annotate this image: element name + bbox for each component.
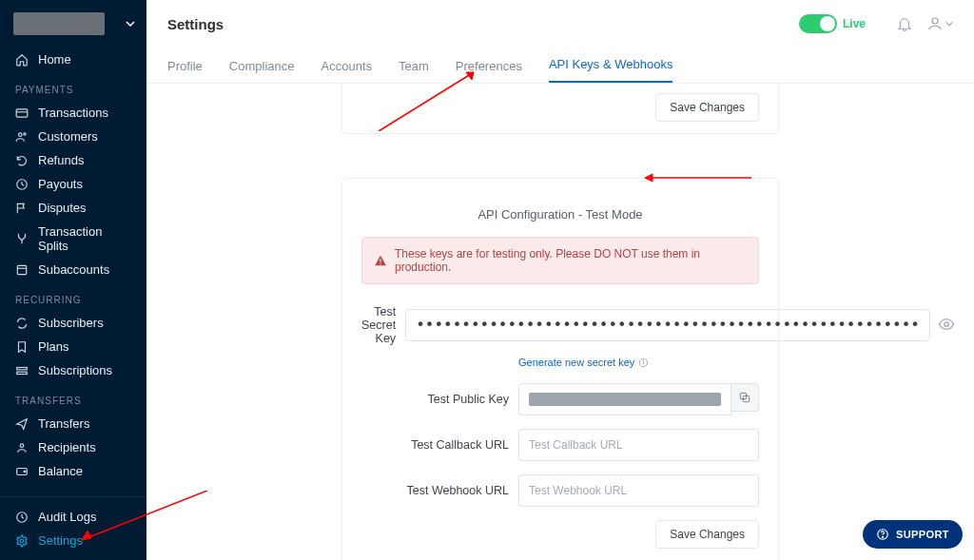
sidebar-item-subaccounts[interactable]: Subaccounts [0, 258, 146, 281]
tab-compliance[interactable]: Compliance [229, 59, 295, 83]
box-icon [15, 263, 29, 277]
sidebar-label: Refunds [38, 153, 84, 167]
tab-preferences[interactable]: Preferences [456, 59, 522, 83]
sidebar-item-refunds[interactable]: Refunds [0, 148, 146, 172]
bell-icon[interactable] [896, 15, 913, 32]
sidebar-label: Transactions [38, 106, 108, 120]
sidebar-label: Subscribers [38, 316, 104, 330]
warning-icon [374, 254, 387, 267]
sidebar-item-balance[interactable]: Balance [0, 459, 146, 483]
sidebar-label: Settings [38, 533, 83, 548]
sidebar-label: Recipients [38, 440, 96, 454]
sidebar-label: Audit Logs [38, 510, 96, 524]
svg-point-3 [24, 132, 26, 134]
svg-point-17 [20, 539, 24, 543]
svg-rect-7 [17, 367, 28, 369]
secret-key-masked: ••••••••••••••••••••••••••••••••••••••••… [416, 309, 920, 341]
topbar: Settings Live [146, 0, 974, 48]
public-key-masked [529, 393, 721, 406]
main: Settings Live Profile Compliance Account… [146, 0, 974, 560]
sidebar-item-subscribers[interactable]: Subscribers [0, 311, 146, 335]
svg-point-24 [643, 360, 644, 361]
user-icon [15, 441, 29, 454]
refund-icon [15, 154, 29, 167]
sidebar-item-transfers[interactable]: Transfers [0, 412, 146, 435]
sidebar-label: Subaccounts [38, 262, 109, 277]
svg-rect-19 [380, 259, 380, 262]
section-header-payments: PAYMENTS [0, 71, 146, 101]
content: Save Changes API Configuration - Test Mo… [146, 84, 974, 560]
sidebar-item-audit-logs[interactable]: Audit Logs [0, 505, 146, 529]
callback-input[interactable] [518, 429, 759, 461]
copy-button[interactable] [730, 383, 759, 412]
sidebar-label: Disputes [38, 201, 87, 215]
sidebar-item-home[interactable]: Home [0, 48, 146, 71]
test-mode-alert: These keys are for testing only. Please … [361, 237, 759, 284]
section-header-transfers: TRANSFERS [0, 382, 146, 412]
support-button[interactable]: SUPPORT [863, 520, 963, 549]
section-header-recurring: RECURRING [0, 281, 146, 311]
sidebar-label: Subscriptions [38, 363, 112, 377]
tab-profile[interactable]: Profile [167, 59, 203, 83]
payout-icon [15, 178, 29, 191]
link-text: Generate new secret key [518, 357, 634, 368]
split-icon [15, 232, 29, 245]
sidebar-item-plans[interactable]: Plans [0, 335, 146, 358]
sidebar-item-transactions[interactable]: Transactions [0, 101, 146, 125]
sidebar-item-subscriptions[interactable]: Subscriptions [0, 358, 146, 382]
send-icon [15, 417, 29, 431]
stack-icon [15, 364, 29, 377]
sidebar-label: Payouts [38, 177, 83, 191]
live-toggle[interactable] [799, 14, 837, 33]
profile-menu[interactable] [926, 15, 953, 32]
generate-key-link[interactable]: Generate new secret key [518, 357, 649, 368]
prev-panel-footer: Save Changes [341, 84, 779, 134]
label-webhook: Test Webhook URL [361, 484, 509, 497]
save-button[interactable]: Save Changes [655, 520, 759, 549]
sidebar-label: Transfers [38, 416, 89, 431]
info-icon [638, 357, 649, 368]
sidebar-item-settings[interactable]: Settings [0, 529, 146, 552]
secret-key-field[interactable]: ••••••••••••••••••••••••••••••••••••••••… [405, 309, 930, 341]
webhook-input[interactable] [518, 474, 759, 507]
svg-rect-20 [380, 263, 380, 264]
label-public-key: Test Public Key [361, 393, 509, 406]
tab-api-keys[interactable]: API Keys & Webhooks [549, 57, 673, 83]
sidebar-item-disputes[interactable]: Disputes [0, 196, 146, 220]
label-callback: Test Callback URL [361, 438, 509, 452]
svg-point-2 [19, 132, 23, 136]
svg-point-9 [20, 443, 24, 447]
clock-icon [15, 511, 29, 524]
section-title: API Configuration - Test Mode [361, 207, 759, 222]
alert-text: These keys are for testing only. Please … [395, 247, 747, 274]
workspace-logo [13, 12, 105, 35]
workspace-switcher[interactable] [0, 0, 146, 48]
sidebar-item-splits[interactable]: Transaction Splits [0, 220, 146, 258]
label-secret-key: Test Secret Key [361, 305, 396, 345]
sidebar-label: Transaction Splits [38, 224, 131, 253]
sidebar: Home PAYMENTS Transactions Customers Ref… [0, 0, 146, 560]
svg-point-28 [883, 536, 884, 537]
support-label: SUPPORT [896, 529, 949, 540]
flag-icon [15, 202, 29, 215]
gear-icon [15, 534, 29, 548]
repeat-icon [15, 317, 29, 330]
sidebar-item-recipients[interactable]: Recipients [0, 435, 146, 459]
sidebar-item-payouts[interactable]: Payouts [0, 172, 146, 196]
svg-point-11 [24, 471, 26, 473]
svg-rect-0 [16, 108, 28, 116]
tab-accounts[interactable]: Accounts [321, 59, 372, 83]
svg-rect-5 [17, 265, 26, 274]
api-config-panel: API Configuration - Test Mode These keys… [341, 178, 779, 560]
live-label: Live [843, 17, 866, 30]
home-icon [15, 53, 29, 67]
tab-team[interactable]: Team [399, 59, 429, 83]
sidebar-label: Balance [38, 464, 83, 478]
sidebar-item-customers[interactable]: Customers [0, 125, 146, 148]
eye-icon[interactable] [938, 316, 955, 333]
public-key-field[interactable] [518, 383, 731, 415]
save-button-top[interactable]: Save Changes [655, 93, 759, 122]
wallet-icon [15, 465, 29, 478]
page-title: Settings [167, 16, 799, 32]
users-icon [15, 130, 29, 144]
